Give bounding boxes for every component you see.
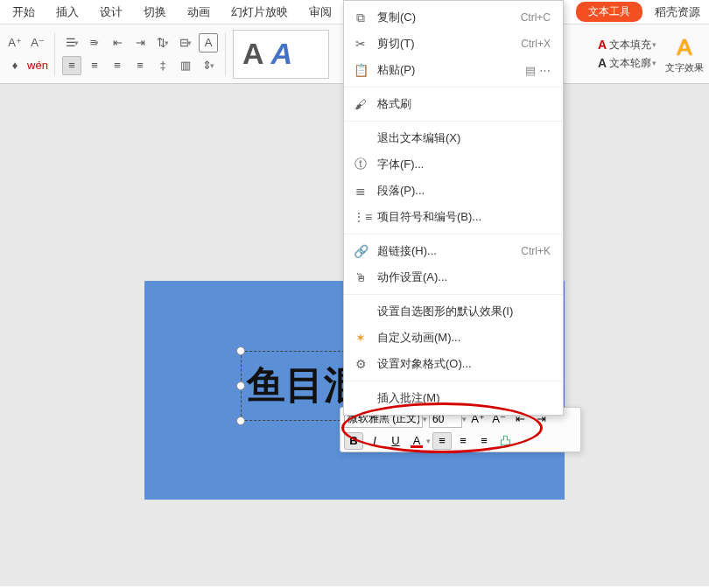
line-spacing-icon[interactable]: ‡: [153, 56, 172, 75]
menu-format-object[interactable]: ⚙ 设置对象格式(O)...: [344, 351, 563, 377]
align-center-icon[interactable]: ≡: [85, 56, 104, 75]
tab-review[interactable]: 审阅: [300, 1, 340, 24]
text-fill-button[interactable]: A 文本填充▾: [598, 38, 656, 52]
indent-inc-icon[interactable]: ⇥: [130, 33, 150, 52]
animation-icon: ✶: [353, 331, 369, 345]
wordart-gallery[interactable]: A A: [233, 30, 329, 79]
tab-slideshow[interactable]: 幻灯片放映: [222, 1, 297, 24]
numbering-icon[interactable]: ≡▾: [85, 33, 104, 52]
text-direction-icon[interactable]: ⇅▾: [153, 33, 172, 52]
menu-bullets[interactable]: ⋮≡ 项目符号和编号(B)...: [344, 204, 563, 230]
mini-bold-button[interactable]: B: [344, 432, 363, 450]
font-icon: ⓣ: [353, 157, 369, 172]
menu-format-painter[interactable]: 🖌 格式刷: [344, 91, 563, 117]
font-size-dec-icon[interactable]: A⁻: [28, 33, 47, 52]
align-right-icon[interactable]: ≡: [108, 56, 127, 75]
paste-icon: 📋: [353, 63, 369, 77]
mini-align-center-icon[interactable]: ≡: [453, 432, 473, 450]
font-size-inc-icon[interactable]: A⁺: [5, 33, 25, 52]
menu-copy[interactable]: ⧉ 复制(C) Ctrl+C: [344, 4, 563, 31]
bullets-menu-icon: ⋮≡: [353, 210, 369, 224]
textbox-icon[interactable]: A: [199, 33, 218, 52]
columns-icon[interactable]: ▥: [176, 56, 195, 75]
menu-custom-animation[interactable]: ✶ 自定义动画(M)...: [344, 325, 563, 351]
format-object-icon: ⚙: [353, 357, 369, 371]
text-tool-pill[interactable]: 文本工具: [576, 2, 642, 22]
menu-paragraph[interactable]: ≣ 段落(P)...: [344, 178, 563, 204]
menu-paste[interactable]: 📋 粘贴(P) ▤ ⋯: [344, 57, 563, 83]
text-effect-icon: A: [677, 34, 691, 61]
menu-exit-text-edit[interactable]: 退出文本编辑(X): [344, 125, 563, 151]
tab-animation[interactable]: 动画: [179, 1, 219, 24]
align-left-icon[interactable]: ≡: [62, 56, 81, 75]
tab-doer[interactable]: 稻壳资源: [646, 1, 709, 24]
menu-default-shape[interactable]: 设置自选图形的默认效果(I): [344, 298, 563, 325]
mini-align-left-icon[interactable]: ≡: [432, 432, 452, 450]
resize-handle-sw[interactable]: [236, 416, 245, 425]
mini-shape-icon[interactable]: 凸: [495, 432, 515, 450]
mini-font-color-button[interactable]: A: [407, 432, 426, 450]
tab-insert[interactable]: 插入: [47, 1, 88, 24]
text-outline-icon: A: [598, 56, 607, 70]
bullets-icon[interactable]: ☰▾: [62, 33, 81, 52]
wordart-style-1-icon[interactable]: A: [242, 37, 264, 71]
menu-cut[interactable]: ✂ 剪切(T) Ctrl+X: [344, 31, 563, 57]
spacing-icon[interactable]: ⇕▾: [199, 56, 218, 75]
copy-icon: ⧉: [353, 10, 369, 25]
pinyin-icon[interactable]: wén: [28, 56, 47, 75]
menu-font[interactable]: ⓣ 字体(F)...: [344, 151, 563, 178]
mini-italic-button[interactable]: I: [365, 432, 384, 450]
wordart-style-2-icon[interactable]: A: [271, 37, 293, 71]
context-menu: ⧉ 复制(C) Ctrl+C ✂ 剪切(T) Ctrl+X 📋 粘贴(P) ▤ …: [343, 0, 564, 416]
tab-design[interactable]: 设计: [91, 1, 131, 24]
cut-icon: ✂: [353, 37, 369, 51]
format-painter-icon: 🖌: [353, 97, 369, 111]
paste-options-icon[interactable]: ▤ ⋯: [525, 64, 551, 77]
mini-align-right-icon[interactable]: ≡: [474, 432, 494, 450]
menu-action[interactable]: 🖱 动作设置(A)...: [344, 264, 563, 290]
paragraph-icon: ≣: [353, 184, 369, 198]
menu-hyperlink[interactable]: 🔗 超链接(H)... Ctrl+K: [344, 238, 563, 264]
clear-format-icon[interactable]: ♦: [5, 56, 25, 75]
align-justify-icon[interactable]: ≡: [130, 56, 150, 75]
text-effect-button[interactable]: A 文字效果: [665, 34, 704, 74]
action-icon: 🖱: [353, 270, 369, 284]
mini-size-dropdown-icon[interactable]: ▾: [462, 415, 467, 424]
mini-font-dropdown-icon[interactable]: ▾: [423, 415, 427, 424]
tab-start[interactable]: 开始: [4, 1, 44, 24]
indent-dec-icon[interactable]: ⇤: [108, 33, 127, 52]
text-fill-icon: A: [598, 38, 607, 52]
mini-underline-button[interactable]: U: [386, 432, 405, 450]
align-vert-icon[interactable]: ⊟▾: [176, 33, 195, 52]
menu-insert-comment[interactable]: 插入批注(M): [344, 385, 563, 411]
resize-handle-w[interactable]: [236, 382, 245, 390]
resize-handle-nw[interactable]: [236, 346, 245, 355]
text-outline-button[interactable]: A 文本轮廓▾: [598, 56, 656, 71]
tab-transition[interactable]: 切换: [135, 1, 175, 24]
hyperlink-icon: 🔗: [353, 244, 369, 258]
